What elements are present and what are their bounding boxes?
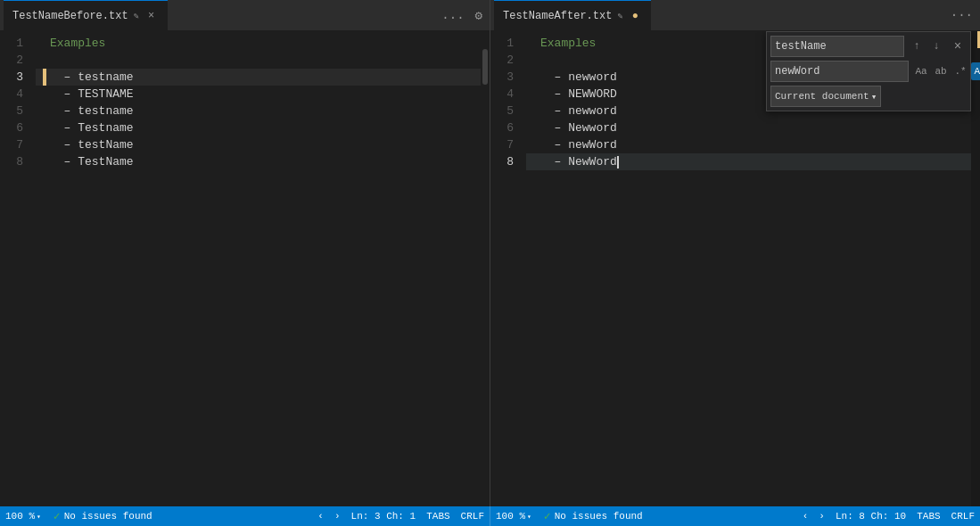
left-line-4-text: – TESTNAME xyxy=(50,86,134,103)
right-nav-prev[interactable]: ‹ xyxy=(797,511,814,522)
left-line-3: – testname xyxy=(36,69,481,86)
right-line-6: – Newword xyxy=(526,119,971,136)
right-ln-ch[interactable]: Ln: 8 Ch: 10 xyxy=(830,506,911,526)
right-encoding-text: CRLF xyxy=(951,511,975,522)
find-replace-row: Aa ab .* AB xyxy=(770,61,967,82)
scope-label: Current document xyxy=(775,91,869,102)
left-tab-gear[interactable]: ⚙ xyxy=(472,6,486,25)
right-tab-filename: TestNameAfter.txt xyxy=(503,10,612,22)
text-cursor xyxy=(617,156,619,168)
right-line-7: – newWord xyxy=(526,136,971,153)
left-issues-text: No issues found xyxy=(64,511,152,522)
left-tab-filename: TestNameBefore.txt xyxy=(12,10,128,22)
line-num-4: 4 xyxy=(0,86,29,103)
left-line-3-text: – testname xyxy=(50,69,134,86)
right-ln: Ln: 8 xyxy=(836,511,865,522)
right-line-6-text: – Newword xyxy=(540,119,617,136)
line-num-8: 8 xyxy=(0,153,29,170)
left-tab-close[interactable]: × xyxy=(144,9,159,23)
left-tab-ellipsis[interactable]: ... xyxy=(438,6,467,24)
right-tab-ellipsis[interactable]: ··· xyxy=(947,6,976,24)
right-line-4-text: – NEWWORD xyxy=(540,86,617,103)
left-line-4: – TESTNAME xyxy=(36,86,481,103)
left-tab[interactable]: TestNameBefore.txt ✎ × xyxy=(4,0,168,31)
left-nav-next[interactable]: › xyxy=(329,511,346,522)
right-line-3-text: – newword xyxy=(540,69,617,86)
left-indent[interactable]: TABS xyxy=(421,506,455,526)
left-check-icon: ✓ xyxy=(54,509,61,523)
left-line-5-text: – testname xyxy=(50,103,134,119)
find-input-container xyxy=(770,36,904,57)
right-no-issues: ✓ No issues found xyxy=(537,509,650,523)
right-editor-content: 1 2 3 4 5 6 7 8 Examples xyxy=(490,31,980,506)
right-line-num-5: 5 xyxy=(490,103,519,119)
right-tab[interactable]: TestNameAfter.txt ✎ ● xyxy=(494,0,651,31)
right-nav-next[interactable]: › xyxy=(813,511,830,522)
left-zoom[interactable]: 100 % ▾ xyxy=(0,506,46,526)
right-line-numbers: 1 2 3 4 5 6 7 8 xyxy=(490,31,526,506)
line-num-5: 5 xyxy=(0,103,29,119)
replace-options: Aa ab .* AB xyxy=(912,62,980,80)
find-replace-widget: ↑ ↓ × Aa ab .* AB xyxy=(766,31,971,111)
left-encoding[interactable]: CRLF xyxy=(456,506,490,526)
right-line-2-text xyxy=(540,52,548,69)
left-ch: Ch: 1 xyxy=(386,511,416,522)
right-tab-pin-icon[interactable]: ✎ xyxy=(617,11,622,21)
left-code-area[interactable]: Examples – testname – TESTNAME – tes xyxy=(36,31,481,506)
left-editor-pane: TestNameBefore.txt ✎ × ... ⚙ 1 2 3 4 5 6… xyxy=(0,0,490,506)
option-match-case[interactable]: Aa xyxy=(912,62,930,80)
find-options: ↑ ↓ xyxy=(908,37,945,55)
right-tab-dirty[interactable]: ● xyxy=(628,9,642,23)
left-no-issues: ✓ No issues found xyxy=(46,509,160,523)
left-ln: Ln: 3 xyxy=(351,511,381,522)
left-tab-actions: ... ⚙ xyxy=(438,6,486,25)
option-whole-word[interactable]: ab xyxy=(932,62,950,80)
option-regex[interactable]: .* xyxy=(951,62,969,80)
left-editor-content: 1 2 3 4 5 6 7 8 Examples xyxy=(0,31,490,506)
find-prev-btn[interactable]: ↑ xyxy=(908,37,926,55)
right-line-num-6: 6 xyxy=(490,119,519,136)
left-nav-prev[interactable]: ‹ xyxy=(312,511,329,522)
option-preserve-case[interactable]: AB xyxy=(971,62,980,80)
left-zoom-arrow: ▾ xyxy=(37,513,41,521)
right-zoom[interactable]: 100 % ▾ xyxy=(490,506,537,526)
right-tab-bar: TestNameAfter.txt ✎ ● ··· xyxy=(490,0,980,31)
left-line-6: – Testname xyxy=(36,119,481,136)
left-zoom-value: 100 % xyxy=(5,511,35,522)
left-line-7-text: – testName xyxy=(50,136,134,153)
left-tab-pin-icon[interactable]: ✎ xyxy=(134,11,139,21)
right-line-5-text: – newword xyxy=(540,103,617,119)
left-ln-ch[interactable]: Ln: 3 Ch: 1 xyxy=(346,506,422,526)
left-encoding-text: CRLF xyxy=(461,511,484,522)
left-scrollbar[interactable] xyxy=(481,31,490,506)
left-line-1-text: Examples xyxy=(50,35,105,52)
line-num-2: 2 xyxy=(0,52,29,69)
right-line-num-2: 2 xyxy=(490,52,519,69)
left-line-5: – testname xyxy=(36,103,481,119)
find-close-btn[interactable]: × xyxy=(949,37,967,55)
right-tab-actions: ··· xyxy=(947,6,976,24)
right-line-num-7: 7 xyxy=(490,136,519,153)
find-search-row: ↑ ↓ × xyxy=(770,36,967,57)
status-bar-split: 100 % ▾ ✓ No issues found ‹ › Ln: 3 Ch: … xyxy=(0,506,980,526)
right-line-8: – NewWord xyxy=(526,153,971,170)
right-zoom-value: 100 % xyxy=(496,511,525,522)
line-num-6: 6 xyxy=(0,119,29,136)
find-search-input[interactable] xyxy=(775,40,900,53)
left-line-numbers: 1 2 3 4 5 6 7 8 xyxy=(0,31,36,506)
left-line-8: – TestName xyxy=(36,153,481,170)
right-check-icon: ✓ xyxy=(544,509,551,523)
right-scrollbar[interactable] xyxy=(971,31,980,506)
left-nav-arrows: ‹ › xyxy=(312,511,345,522)
find-next-btn[interactable]: ↓ xyxy=(927,37,945,55)
scope-dropdown[interactable]: Current document ▾ xyxy=(770,86,881,107)
right-encoding[interactable]: CRLF xyxy=(946,506,980,526)
right-line-8-text: – NewWord xyxy=(540,153,619,170)
left-line-7: – testName xyxy=(36,136,481,153)
right-indent[interactable]: TABS xyxy=(911,506,945,526)
left-line-2 xyxy=(36,52,481,69)
find-scope-row: Current document ▾ xyxy=(770,86,967,107)
right-status-half: 100 % ▾ ✓ No issues found ‹ › Ln: 8 Ch: … xyxy=(490,506,980,526)
find-replace-input[interactable] xyxy=(775,65,904,78)
right-line-num-1: 1 xyxy=(490,35,519,52)
